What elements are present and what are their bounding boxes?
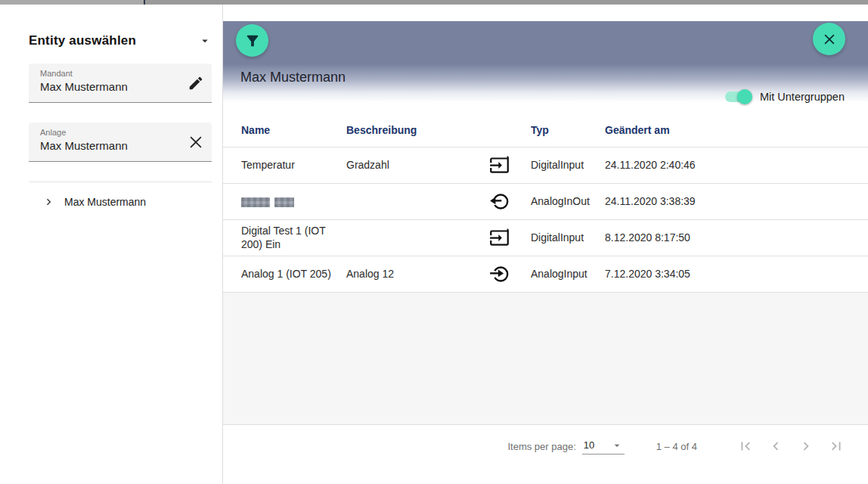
table-row[interactable]: Temperatur Gradzahl DigitalInput 24.11.2… (223, 147, 868, 184)
chevron-left-icon (767, 438, 784, 455)
table-row[interactable]: Analog 1 (IOT 205) Analog 12 AnalogInput… (223, 256, 868, 293)
table-row[interactable]: AnalogInOut 24.11.2020 3:38:39 (223, 184, 868, 220)
subgroups-toggle-label: Mit Untergruppen (760, 91, 845, 103)
tree-item-label: Max Mustermann (64, 196, 146, 208)
entity-sidebar: Entity auswählen Mandant Max Mustermann … (0, 5, 223, 484)
sidebar-title: Entity auswählen (29, 33, 136, 48)
close-button[interactable] (813, 23, 845, 55)
cell-geaendert-am: 7.12.2020 3:34:05 (605, 268, 717, 281)
anlage-field[interactable]: Anlage Max Mustermann (29, 123, 212, 162)
filter-button[interactable] (236, 24, 268, 57)
input-box-icon (489, 155, 510, 175)
next-page-button[interactable] (797, 437, 815, 455)
subgroups-toggle-row: Mit Untergruppen (725, 88, 845, 106)
circle-arrow-out-icon (489, 191, 510, 212)
column-header-name: Name (241, 124, 346, 136)
cell-name: Analog 1 (IOT 205) (241, 268, 346, 281)
table-row[interactable]: Digital Test 1 (IOT 200) Ein DigitalInpu… (223, 220, 868, 256)
mandant-value: Max Mustermann (40, 80, 181, 93)
page-size-value: 10 (584, 439, 594, 451)
paginator: Items per page: 10 1 – 4 of 4 (223, 424, 868, 467)
column-header-typ: Typ (531, 124, 605, 136)
tree-item-max-mustermann[interactable]: Max Mustermann (29, 192, 211, 212)
cell-name-redacted (241, 195, 346, 209)
column-header-beschreibung: Beschreibung (346, 124, 467, 136)
circle-arrow-in-icon (489, 264, 510, 284)
page-size-select[interactable]: 10 (582, 438, 625, 455)
close-icon (823, 33, 836, 46)
cell-geaendert-am: 24.11.2020 3:38:39 (605, 195, 717, 209)
redacted-blur (241, 197, 270, 207)
entity-table: Name Beschreibung Typ Geändert am Temper… (223, 113, 868, 293)
filter-funnel-icon (244, 33, 261, 49)
cell-geaendert-am: 8.12.2020 8:17:50 (605, 231, 717, 245)
page-range-label: 1 – 4 of 4 (656, 441, 697, 452)
chevron-down-icon (611, 439, 623, 451)
anlage-value: Max Mustermann (40, 139, 181, 152)
cell-typ: AnalogInput (531, 268, 605, 281)
chevron-right-icon (798, 438, 814, 455)
input-box-icon (489, 228, 510, 248)
column-header-geaendert-am: Geändert am (605, 124, 717, 136)
previous-page-button[interactable] (767, 437, 785, 455)
cell-typ: DigitalInput (531, 159, 605, 172)
first-page-button[interactable] (736, 437, 755, 455)
toggle-knob (737, 89, 752, 104)
sidebar-divider (29, 182, 212, 182)
entity-detail-panel: Max Mustermann Mit Untergruppen Name Bes… (223, 21, 868, 467)
subgroups-toggle[interactable] (725, 89, 752, 104)
first-page-icon (737, 438, 754, 455)
sidebar-header: Entity auswählen (29, 33, 212, 48)
edit-icon[interactable] (188, 75, 204, 92)
cell-beschreibung: Gradzahl (346, 159, 467, 172)
last-page-icon (828, 438, 845, 455)
cell-typ: AnalogInOut (531, 195, 605, 209)
panel-title: Max Mustermann (240, 70, 346, 85)
redacted-blur (274, 197, 294, 207)
anlage-label: Anlage (40, 128, 181, 137)
cell-name: Digital Test 1 (IOT 200) Ein (241, 225, 346, 251)
cell-beschreibung: Analog 12 (346, 268, 467, 281)
cell-name: Temperatur (241, 159, 346, 172)
table-header-row: Name Beschreibung Typ Geändert am (223, 113, 868, 147)
mandant-field[interactable]: Mandant Max Mustermann (29, 64, 212, 103)
collapse-caret-icon[interactable] (198, 34, 212, 48)
items-per-page-label: Items per page: (507, 441, 575, 452)
clear-icon[interactable] (188, 134, 204, 150)
mandant-label: Mandant (40, 69, 181, 78)
paginator-nav (724, 437, 845, 455)
chevron-right-icon[interactable] (42, 195, 56, 209)
empty-area (223, 293, 868, 424)
last-page-button[interactable] (827, 437, 845, 455)
cell-geaendert-am: 24.11.2020 2:40:46 (605, 159, 717, 172)
cell-typ: DigitalInput (531, 231, 605, 245)
